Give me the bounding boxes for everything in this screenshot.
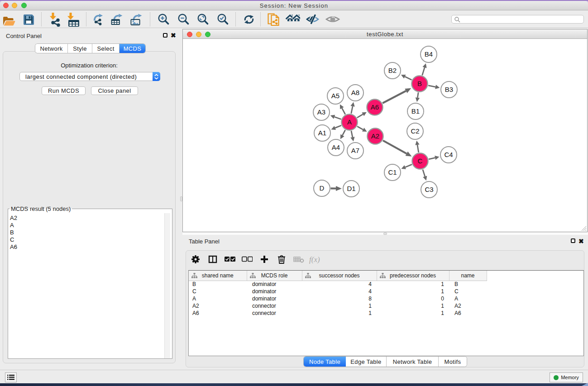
table-cell[interactable]: 1 <box>302 302 377 310</box>
graph-edge[interactable] <box>335 117 341 119</box>
tab-select[interactable]: Select <box>92 44 120 53</box>
control-panel-close-icon[interactable]: ✖ <box>171 33 176 38</box>
resize-grip-icon[interactable] <box>580 225 587 231</box>
mcds-result-item[interactable]: B <box>10 229 17 236</box>
table-panel-float-icon[interactable] <box>571 238 575 243</box>
column-header-label: predecessor nodes <box>390 272 436 279</box>
zoom-fit-icon[interactable] <box>196 12 210 27</box>
mcds-result-scrollbar[interactable] <box>164 213 170 358</box>
mcds-result-item[interactable]: A2 <box>10 214 17 222</box>
graph-edge[interactable] <box>428 86 435 87</box>
graph-edge[interactable] <box>351 106 353 114</box>
table-add-column-icon[interactable] <box>256 253 273 266</box>
table-cell[interactable]: 1 <box>302 310 377 317</box>
graph-edge[interactable] <box>423 170 425 176</box>
graph-edge[interactable] <box>405 76 411 80</box>
table-cell[interactable]: A <box>449 295 487 302</box>
table-delete-column-icon[interactable] <box>273 253 290 266</box>
graph-edge[interactable] <box>382 91 406 103</box>
table-cell[interactable]: dominator <box>247 288 302 295</box>
graph-edge[interactable] <box>335 125 341 128</box>
tab-edge-table[interactable]: Edge Table <box>346 357 387 367</box>
graph-edge-arrowhead <box>422 63 426 68</box>
memory-button[interactable]: Memory <box>550 372 583 382</box>
table-cell[interactable]: 1 <box>377 302 449 310</box>
tab-network-table[interactable]: Network Table <box>387 357 439 367</box>
table-row[interactable]: A2connector11A2 <box>189 302 487 310</box>
table-cell[interactable]: 4 <box>302 288 377 295</box>
table-cell[interactable]: C <box>449 288 487 295</box>
graph-edge[interactable] <box>417 145 419 152</box>
table-cell[interactable]: connector <box>247 310 302 317</box>
column-header-predecessor-nodes[interactable]: predecessor nodes <box>377 271 449 281</box>
zoom-out-icon[interactable] <box>176 12 191 27</box>
table-cell[interactable]: A <box>189 295 247 302</box>
table-split-view-icon[interactable] <box>204 253 221 266</box>
task-history-button[interactable] <box>5 372 17 382</box>
table-cell[interactable]: dominator <box>247 295 302 302</box>
table-cell[interactable]: A6 <box>449 310 487 317</box>
node-table[interactable]: shared name MCDS role successor nodes pr… <box>189 271 487 317</box>
mcds-result-item[interactable]: A <box>10 222 17 229</box>
table-cell[interactable]: dominator <box>247 281 302 288</box>
tab-node-table[interactable]: Node Table <box>304 357 346 367</box>
table-cell[interactable]: B <box>189 281 247 288</box>
graph-edge[interactable] <box>342 108 345 114</box>
tab-style[interactable]: Style <box>68 44 92 53</box>
graph-edge[interactable] <box>383 140 406 153</box>
table-cell[interactable]: A6 <box>189 310 247 317</box>
table-cell[interactable]: 1 <box>377 288 449 295</box>
network-graph-canvas[interactable]: B4B2BB3A5A8A6A3B1AA1C2A2A4A7C4CC1C3DD1 <box>183 39 587 232</box>
close-panel-button[interactable]: Close panel <box>91 86 138 95</box>
criterion-dropdown[interactable]: largest connected component (directed) <box>19 72 160 81</box>
graph-edge[interactable] <box>351 131 353 137</box>
table-cell[interactable]: 1 <box>377 310 449 317</box>
mcds-result-item[interactable]: C <box>10 236 17 243</box>
graph-edge[interactable] <box>342 130 345 135</box>
zoom-selected-icon[interactable] <box>215 12 230 27</box>
graph-edge[interactable] <box>417 92 418 98</box>
column-header-name[interactable]: name <box>449 271 487 281</box>
table-cell[interactable]: C <box>189 288 247 295</box>
table-cell[interactable]: A2 <box>449 302 487 310</box>
network-from-file-icon[interactable] <box>266 12 281 27</box>
table-select-all-icon[interactable] <box>221 253 239 266</box>
table-row[interactable]: Bdominator41B <box>189 281 487 288</box>
table-row[interactable]: Adominator80A <box>189 295 487 302</box>
search-input[interactable] <box>451 15 584 24</box>
table-deselect-all-icon[interactable] <box>239 253 256 266</box>
table-function-builder-icon[interactable]: f(x) <box>307 253 325 266</box>
horizontal-divider-grip[interactable] <box>383 233 387 235</box>
table-cell[interactable]: B <box>449 281 487 288</box>
column-header-shared-name[interactable]: shared name <box>189 271 247 281</box>
first-neighbors-icon[interactable] <box>286 12 300 27</box>
tab-mcds[interactable]: MCDS <box>120 44 145 53</box>
column-header-successor-nodes[interactable]: successor nodes <box>302 271 377 281</box>
tab-network[interactable]: Network <box>35 44 68 53</box>
table-cell[interactable]: 4 <box>302 281 377 288</box>
mcds-result-item[interactable]: A6 <box>10 243 17 251</box>
table-cell[interactable]: A2 <box>189 302 247 310</box>
control-panel-float-icon[interactable] <box>163 33 167 38</box>
table-row[interactable]: A6connector11A6 <box>189 310 487 317</box>
show-all-icon[interactable] <box>325 12 340 27</box>
graph-edge[interactable] <box>429 158 435 159</box>
table-settings-icon[interactable] <box>187 253 204 266</box>
graph-edge[interactable] <box>422 67 425 75</box>
refresh-icon[interactable] <box>242 12 256 27</box>
table-delete-table-icon[interactable] <box>290 253 307 266</box>
graph-edge[interactable] <box>357 114 363 118</box>
tab-motifs[interactable]: Motifs <box>439 357 467 367</box>
graph-edge[interactable] <box>405 164 412 167</box>
hide-selected-icon[interactable] <box>306 12 320 27</box>
graph-edge[interactable] <box>357 126 363 129</box>
table-cell[interactable]: 1 <box>377 281 449 288</box>
table-cell[interactable]: 8 <box>302 295 377 302</box>
network-window-titlebar[interactable]: testGlobe.txt <box>183 29 587 39</box>
run-mcds-button[interactable]: Run MCDS <box>42 86 86 95</box>
table-cell[interactable]: 0 <box>377 295 449 302</box>
table-cell[interactable]: connector <box>247 302 302 310</box>
column-header-mcds-role[interactable]: MCDS role <box>247 271 302 281</box>
table-panel-close-icon[interactable]: ✖ <box>578 238 584 244</box>
table-row[interactable]: Cdominator41C <box>189 288 487 295</box>
